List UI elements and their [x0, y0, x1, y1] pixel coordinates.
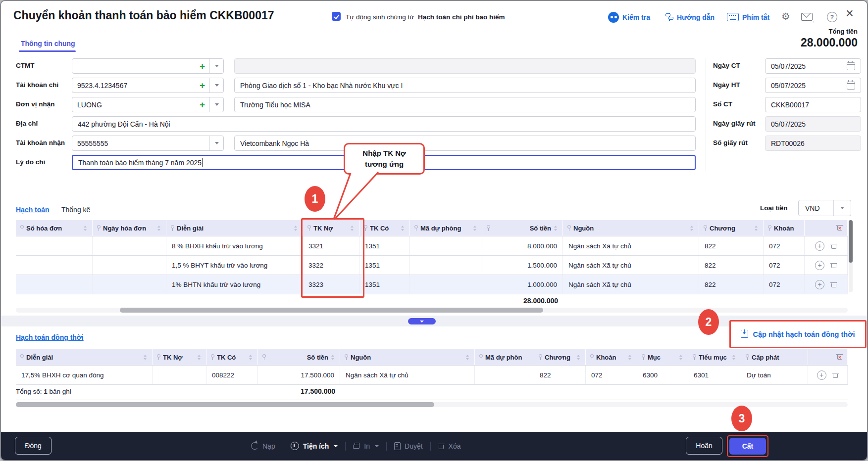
sort-icon[interactable] — [401, 226, 405, 231]
col-amount[interactable]: Số tiền — [482, 220, 563, 236]
add-row-icon[interactable]: + — [817, 370, 826, 380]
cell-source[interactable]: Ngân sách Xã tự chủ — [563, 256, 699, 275]
tab-accounting[interactable]: Hạch toán — [16, 206, 50, 214]
reload-button[interactable]: Nạp — [251, 442, 275, 450]
tab-general-info[interactable]: Thông tin chung — [21, 40, 75, 47]
cell-invoice-no[interactable] — [16, 275, 93, 294]
cell-credit-account[interactable]: 1351 — [359, 256, 410, 275]
postpone-button[interactable]: Hoãn — [686, 437, 722, 455]
sort-icon[interactable] — [143, 355, 148, 360]
guide-button[interactable]: Hướng dẫn — [665, 13, 715, 21]
doc-no-field[interactable]: CKKB00017 — [765, 97, 861, 112]
pay-account-dropdown[interactable] — [210, 84, 223, 87]
horizontal-scrollbar-2[interactable] — [16, 402, 848, 407]
pay-account-detail-field[interactable]: Phòng Giao dịch số 1 - Kho bạc Nhà nước … — [234, 78, 696, 93]
cell-chapter[interactable]: 822 — [534, 366, 586, 384]
cell-reserve[interactable] — [410, 236, 482, 255]
print-button[interactable]: In — [353, 442, 379, 450]
shortcut-button[interactable]: Phím tắt — [727, 13, 769, 21]
col-chapter[interactable]: Chương — [534, 349, 586, 365]
cell-description[interactable]: 8 % BHXH khấu trừ vào lương — [166, 236, 303, 255]
receiver-unit-value[interactable]: LUONG — [72, 101, 200, 109]
cell-invoice-date[interactable] — [93, 236, 166, 255]
col-item[interactable]: Khoản — [764, 220, 805, 236]
sort-icon[interactable] — [679, 355, 683, 360]
cell-debit-account[interactable]: 3322 — [303, 256, 359, 275]
cell-description[interactable]: 1% BHTN khấu trừ vào lương — [166, 275, 303, 294]
scrollbar-thumb[interactable] — [120, 308, 543, 313]
cell-amount[interactable]: 17.500.000 — [258, 366, 340, 384]
cell-amount[interactable]: 8.000.000 — [482, 236, 563, 255]
horizontal-scrollbar[interactable] — [16, 308, 848, 313]
close-icon[interactable] — [846, 7, 854, 20]
cell-reserve[interactable] — [410, 275, 482, 294]
cell-invoice-no[interactable] — [16, 256, 93, 275]
sort-icon[interactable] — [554, 226, 558, 231]
sort-icon[interactable] — [157, 226, 161, 231]
approve-button[interactable]: Duyệt — [394, 442, 423, 450]
receiver-unit-detail-field[interactable]: Trường Tiểu học MISA — [234, 97, 696, 112]
add-row-icon[interactable]: + — [815, 280, 824, 289]
ctmt-combo[interactable]: + — [72, 58, 224, 74]
cell-amount[interactable]: 1.000.000 — [482, 275, 563, 294]
col-muc[interactable]: Mục — [637, 349, 688, 365]
cell-chapter[interactable]: 822 — [699, 236, 764, 255]
tab-statistics[interactable]: Thống kê — [61, 206, 90, 214]
cell-credit-account[interactable]: 008222 — [206, 366, 258, 384]
cell-source[interactable]: Ngân sách Xã tự chủ — [340, 366, 475, 384]
col-tieu-muc[interactable]: Tiểu mục — [688, 349, 741, 365]
col-debit-account[interactable]: TK Nợ — [153, 349, 206, 365]
save-button[interactable]: Cất — [729, 438, 766, 455]
sort-icon[interactable] — [294, 226, 298, 231]
receive-account-value[interactable]: 55555555 — [72, 139, 209, 147]
cell-muc[interactable]: 6300 — [637, 366, 688, 384]
cell-invoice-date[interactable] — [93, 256, 166, 275]
cell-description[interactable]: 1,5 % BHYT khấu trừ vào lương — [166, 256, 303, 275]
cell-chapter[interactable]: 822 — [699, 256, 764, 275]
sort-icon[interactable] — [83, 226, 88, 231]
cell-credit-account[interactable]: 1351 — [359, 236, 410, 255]
cell-debit-account[interactable]: 3321 — [303, 236, 359, 255]
scrollbar-thumb[interactable] — [16, 402, 434, 407]
calendar-icon[interactable] — [847, 62, 855, 70]
delete-all-icon[interactable]: × — [836, 224, 843, 232]
sort-icon[interactable] — [473, 226, 477, 231]
col-cap-phat[interactable]: Cấp phát — [741, 349, 808, 365]
post-date-field[interactable]: 05/07/2025 — [765, 78, 861, 93]
sort-icon[interactable] — [350, 226, 355, 231]
col-invoice-no[interactable]: Số hóa đơn — [16, 220, 93, 236]
check-button[interactable]: Kiểm tra — [608, 12, 650, 23]
cell-item[interactable]: 072 — [764, 275, 805, 294]
cell-debit-account[interactable]: 3323 — [303, 275, 359, 294]
auto-generate-checkbox[interactable] — [332, 12, 341, 21]
pay-account-add-icon[interactable]: + — [200, 81, 205, 90]
receiver-unit-combo[interactable]: LUONG + — [72, 97, 224, 112]
cell-debit-account[interactable] — [153, 366, 206, 384]
receiver-unit-dropdown[interactable] — [210, 103, 223, 106]
cell-amount[interactable]: 1.500.000 — [482, 256, 563, 275]
col-reserve-code[interactable]: Mã dự phòng — [410, 220, 482, 236]
cell-source[interactable]: Ngân sách Xã tự chủ — [563, 275, 699, 294]
address-field[interactable]: 442 phường Đội Cấn - Hà Nội — [72, 116, 696, 132]
doc-date-field[interactable]: 05/07/2025 — [765, 58, 861, 74]
sort-icon[interactable] — [628, 355, 632, 360]
cell-source[interactable]: Ngân sách Xã tự chủ — [563, 236, 699, 255]
delete-row-icon[interactable] — [830, 262, 837, 269]
currency-select[interactable]: VND — [798, 200, 851, 216]
sort-icon[interactable] — [249, 355, 253, 360]
receive-bank-field[interactable]: Vietcombank Ngọc Hà — [234, 136, 696, 151]
currency-dropdown[interactable] — [834, 207, 851, 209]
sort-icon[interactable] — [465, 355, 470, 360]
cell-tieu-muc[interactable]: 6301 — [688, 366, 741, 384]
cell-invoice-date[interactable] — [93, 275, 166, 294]
utilities-button[interactable]: Tiện ích — [291, 442, 338, 450]
calendar-icon[interactable] — [847, 82, 855, 90]
col-credit-account[interactable]: TK Có — [206, 349, 258, 365]
splitter-collapse-button[interactable] — [408, 318, 436, 324]
delete-all-icon[interactable]: × — [836, 353, 843, 362]
cell-credit-account[interactable]: 1351 — [359, 275, 410, 294]
cell-item[interactable]: 072 — [764, 236, 805, 255]
col-description[interactable]: Diễn giải — [16, 349, 153, 365]
vertical-scrollbar[interactable] — [849, 220, 853, 292]
cell-description[interactable]: 17,5% BHXH cơ quan đóng — [16, 366, 153, 384]
